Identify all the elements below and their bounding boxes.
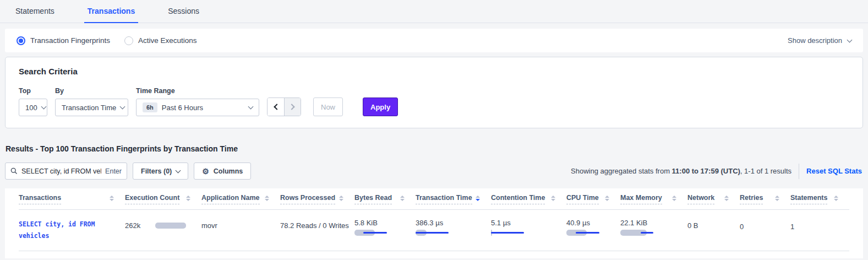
sort-icon[interactable] — [265, 196, 269, 203]
aggregated-stats-text: Showing aggregated stats from 11:00 to 1… — [571, 167, 791, 175]
sort-icon[interactable] — [724, 196, 729, 203]
now-button[interactable]: Now — [313, 98, 343, 116]
column-header-retries[interactable]: Retries — [740, 194, 790, 204]
rows-processed-value: 78.2 Reads / 0 Writes — [280, 221, 354, 230]
execution-count-bar — [155, 223, 188, 229]
by-select[interactable]: Transaction Time — [55, 99, 128, 116]
show-description-toggle[interactable]: Show description — [788, 36, 851, 45]
page-tabbar: Statements Transactions Sessions — [0, 0, 868, 23]
time-range-select[interactable]: 6h Past 6 Hours — [136, 99, 259, 116]
column-header-bytes-read[interactable]: Bytes Read — [354, 194, 416, 204]
prev-range-button[interactable] — [268, 98, 284, 116]
sort-icon[interactable] — [672, 196, 676, 203]
gear-icon: ⚙ — [202, 167, 209, 175]
execution-count-value: 262k — [125, 221, 140, 230]
by-value: Transaction Time — [62, 104, 116, 112]
apply-button[interactable]: Apply — [363, 98, 398, 116]
query-search-box[interactable]: Enter — [5, 162, 127, 180]
chevron-down-icon — [248, 104, 254, 110]
tab-statements[interactable]: Statements — [12, 0, 58, 23]
column-header-execution-count[interactable]: Execution Count — [125, 194, 201, 204]
results-heading: Results - Top 100 Transaction Fingerprin… — [6, 144, 868, 153]
tab-sessions[interactable]: Sessions — [165, 0, 203, 23]
sort-icon[interactable] — [476, 196, 480, 203]
time-range-label: Time Range — [136, 87, 259, 95]
transaction-time-bar — [416, 230, 450, 236]
radio-label: Transaction Fingerprints — [30, 36, 110, 45]
time-range-value: Past 6 Hours — [162, 104, 244, 112]
search-criteria-panel: Search Criteria Top 100 By Transaction T… — [5, 57, 863, 128]
top-select[interactable]: 100 — [19, 99, 47, 116]
bytes-read-bar — [354, 230, 389, 236]
table-header-row: Transactions Execution Count Application… — [19, 194, 849, 210]
transactions-table: Transactions Execution Count Application… — [5, 188, 863, 258]
search-criteria-title: Search Criteria — [19, 67, 849, 76]
columns-button[interactable]: ⚙ Columns — [194, 162, 251, 180]
sort-icon[interactable] — [834, 196, 838, 203]
filters-label: Filters (0) — [141, 167, 172, 175]
view-toggle-strip: Transaction Fingerprints Active Executio… — [5, 29, 863, 52]
sort-icon[interactable] — [339, 196, 343, 203]
radio-label: Active Executions — [138, 36, 197, 45]
application-name-value: movr — [201, 221, 280, 230]
chevron-right-icon — [288, 104, 294, 110]
time-range-nav — [267, 98, 301, 116]
retries-value: 0 — [740, 223, 790, 231]
chevron-down-icon — [120, 104, 125, 110]
top-field: Top 100 — [19, 87, 47, 116]
column-header-max-memory[interactable]: Max Memory — [620, 194, 687, 204]
chevron-down-icon — [847, 37, 853, 42]
radio-button-icon[interactable] — [124, 36, 133, 45]
filters-button[interactable]: Filters (0) — [133, 162, 188, 180]
chevron-left-icon — [274, 104, 280, 110]
column-header-network[interactable]: Network — [687, 194, 740, 204]
time-range-badge: 6h — [143, 102, 157, 112]
radio-transaction-fingerprints[interactable]: Transaction Fingerprints — [17, 36, 110, 45]
search-icon — [10, 167, 18, 175]
column-header-rows-processed[interactable]: Rows Processed — [280, 194, 354, 204]
divider — [799, 164, 799, 179]
sort-icon[interactable] — [775, 196, 779, 203]
show-description-label: Show description — [788, 36, 842, 45]
transaction-time-value: 386.3 µs — [416, 219, 491, 227]
column-header-contention-time[interactable]: Contention Time — [491, 194, 566, 204]
column-header-application-name[interactable]: Application Name — [201, 194, 280, 204]
sort-icon[interactable] — [110, 196, 114, 203]
by-field: By Transaction Time — [55, 87, 128, 116]
reset-sql-stats-link[interactable]: Reset SQL Stats — [806, 167, 862, 175]
column-header-transaction-time[interactable]: Transaction Time — [416, 194, 491, 204]
radio-button-icon[interactable] — [17, 36, 25, 45]
table-row: SELECT city, id FROM vehicles 262k movr … — [19, 210, 849, 251]
by-label: By — [55, 87, 128, 95]
time-range-field: Time Range 6h Past 6 Hours — [136, 87, 259, 116]
search-input[interactable] — [21, 167, 101, 175]
column-header-cpu-time[interactable]: CPU Time — [566, 194, 620, 204]
sort-icon[interactable] — [400, 196, 405, 203]
tab-transactions[interactable]: Transactions — [84, 0, 138, 23]
column-header-transactions[interactable]: Transactions — [19, 194, 125, 204]
statements-value: 1 — [790, 223, 849, 231]
cpu-time-bar — [566, 230, 600, 236]
sort-icon[interactable] — [605, 196, 609, 203]
next-range-button[interactable] — [284, 98, 301, 116]
columns-label: Columns — [214, 167, 243, 175]
chevron-down-icon — [176, 168, 181, 174]
column-header-statements[interactable]: Statements — [790, 194, 849, 204]
transaction-fingerprint-link[interactable]: SELECT city, id FROM vehicles — [19, 219, 107, 241]
top-value: 100 — [25, 104, 37, 112]
network-value: 0 B — [687, 221, 740, 230]
max-memory-bar — [620, 230, 654, 236]
top-label: Top — [19, 87, 47, 95]
results-toolbar: Enter Filters (0) ⚙ Columns Showing aggr… — [5, 162, 863, 180]
contention-time-bar — [491, 230, 525, 236]
enter-hint: Enter — [105, 167, 122, 175]
max-memory-value: 22.1 KiB — [620, 219, 687, 227]
radio-active-executions[interactable]: Active Executions — [124, 36, 197, 45]
sort-icon[interactable] — [551, 196, 555, 203]
chevron-down-icon — [41, 104, 46, 110]
contention-time-value: 5.1 µs — [491, 219, 566, 227]
sort-icon[interactable] — [186, 196, 190, 203]
bytes-read-value: 5.8 KiB — [354, 219, 416, 227]
cpu-time-value: 40.9 µs — [566, 219, 620, 227]
